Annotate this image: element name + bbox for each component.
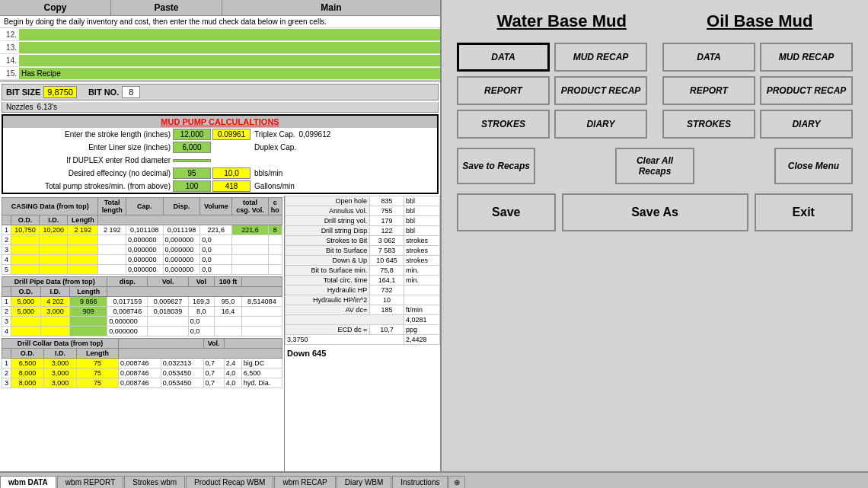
- row-15-content: Has Recipe: [19, 68, 440, 79]
- casing-csvol-label: totalcsg. Vol.: [232, 198, 268, 215]
- obm-report-btn[interactable]: REPORT: [662, 76, 755, 105]
- casing-total-label: Totallength: [98, 198, 126, 215]
- casing-cap-label: Cap.: [126, 198, 163, 215]
- rod-label: If DUPLEX enter Rod diameter: [5, 156, 173, 164]
- dp-row-4: 4 0,000000 0,0: [2, 327, 282, 336]
- save-btn[interactable]: Save: [457, 193, 556, 231]
- wbm-report-btn[interactable]: REPORT: [457, 76, 550, 105]
- wbm-mud-recap-btn[interactable]: MUD RECAP: [554, 43, 647, 72]
- strokes-input[interactable]: 100: [173, 180, 211, 192]
- drillcollar-header: Drill Collar Data (from top): [2, 339, 119, 349]
- obm-product-recap-btn[interactable]: PRODUCT RECAP: [760, 76, 853, 105]
- strokes-unit: Gallons/min: [254, 182, 295, 190]
- tab-wbm-data[interactable]: wbm DATA: [0, 476, 56, 488]
- stat-strokes-to-bit: Strokes to Bit 3 062 strokes: [286, 236, 440, 246]
- header-paste: Paste: [111, 0, 222, 15]
- dp-row-3: 3 0,000000 0,0: [2, 317, 282, 327]
- tab-diary-wbm[interactable]: Diary WBM: [337, 476, 392, 488]
- casing-len-header: Length: [68, 215, 98, 225]
- stat-hyd-hpin: Hydraulic HP/in^2 10: [286, 295, 440, 305]
- tab-add-icon[interactable]: ⊕: [448, 476, 465, 488]
- tab-product-recap[interactable]: Product Recap WBM: [186, 476, 273, 488]
- bit-no-value[interactable]: 8: [122, 86, 140, 98]
- wbm-strokes-btn[interactable]: STROKES: [457, 110, 550, 139]
- mud-pump-title: MUD PUMP CALCULALTIONS: [3, 116, 437, 128]
- obm-mud-recap-btn[interactable]: MUD RECAP: [760, 43, 853, 72]
- tab-instructions[interactable]: Instructions: [392, 476, 448, 488]
- casing-header: CASING Data (from top): [2, 198, 98, 215]
- stat-bit-to-surface: Bit to Surface 7 583 strokes: [286, 246, 440, 256]
- stroke-input[interactable]: 12,000: [173, 129, 211, 140]
- obm-strokes-btn[interactable]: STROKES: [662, 110, 755, 139]
- casing-od-header: O.D.: [11, 215, 40, 225]
- oil-base-title: Oil Base Mud: [707, 11, 812, 31]
- bit-size-label: BIT SIZE: [6, 88, 40, 97]
- obm-data-btn[interactable]: DATA: [662, 43, 755, 72]
- tab-wbm-report[interactable]: wbm REPORT: [57, 476, 123, 488]
- row-14-num: 14.: [0, 56, 19, 65]
- tab-bar: wbm DATA wbm REPORT Strokes wbm Product …: [0, 471, 868, 488]
- casing-row-num-header: [2, 215, 11, 225]
- nozzles-value: 6.13's: [37, 103, 57, 111]
- liner-input[interactable]: 6,000: [173, 142, 211, 153]
- bit-size-value[interactable]: 9,8750: [43, 86, 77, 98]
- dc-od-header: O.D.: [11, 349, 44, 359]
- duplex-label: Duplex Cap.: [254, 143, 296, 152]
- casing-row-4: 4 0,000000 0,000000 0,0: [2, 255, 282, 265]
- dp-len-header: Length: [70, 287, 107, 297]
- clear-all-recaps-btn[interactable]: Clear All Recaps: [615, 148, 694, 184]
- close-menu-btn[interactable]: Close Menu: [774, 148, 853, 184]
- stat-drill-string-vol: Drill string vol. 179 bbl: [286, 216, 440, 226]
- liner-label: Enter Liner size (inches): [5, 143, 173, 152]
- tab-wbm-recap[interactable]: wbm RECAP: [274, 476, 335, 488]
- stat-hyd-hp: Hydraulic HP 732: [286, 285, 440, 295]
- casing-row-5: 5 0,000000 0,000000 0,0: [2, 265, 282, 275]
- casing-row-3: 3 0,000000 0,000000 0,0: [2, 245, 282, 255]
- stat-open-hole: Open hole 835 bbl: [286, 196, 440, 206]
- dp-100ft-header: 100 ft: [215, 277, 242, 287]
- stat-total-circ: Total circ. time 164,1 min.: [286, 276, 440, 285]
- dp-extra-header: [241, 277, 282, 287]
- casing-vol-label: Volume: [200, 198, 232, 215]
- casing-row-1: 1 10,750 10,200 2 192 2 192 0,101108 0,0…: [2, 225, 282, 235]
- row-13-num: 13.: [0, 43, 19, 52]
- triplex-label: Triplex Cap.: [254, 130, 295, 139]
- dp-row-2: 2 5,000 3,000 909 0,008746 0,018039 8,0 …: [2, 307, 282, 317]
- stat-ecd: ECD dc = 10,7 ppg: [286, 325, 440, 335]
- stroke-result: 0.09961: [212, 129, 251, 140]
- strokes-result: 418: [212, 180, 251, 192]
- effic-unit: bbls/min: [254, 169, 282, 177]
- rod-input[interactable]: [173, 159, 211, 162]
- casing-ho-label: cho: [268, 198, 282, 215]
- dp-vol2-header: Vol: [188, 277, 214, 287]
- row-12-num: 12.: [0, 30, 19, 39]
- down-645-label: Down 645: [285, 345, 440, 362]
- wbm-data-btn[interactable]: DATA: [457, 43, 550, 72]
- effic-result: 10,0: [212, 167, 251, 179]
- casing-row-2: 2 0,000000 0,000000 0,0: [2, 235, 282, 245]
- nozzles-label: Nozzles: [6, 103, 34, 111]
- save-as-btn[interactable]: Save As: [562, 193, 748, 231]
- stat-down-up: Down & Up 10 645 strokes: [286, 256, 440, 266]
- wbm-product-recap-btn[interactable]: PRODUCT RECAP: [554, 76, 647, 105]
- effic-input[interactable]: 95: [173, 167, 211, 179]
- obm-diary-btn[interactable]: DIARY: [760, 110, 853, 139]
- stat-bit-surface-min: Bit to Surface min. 75,8 min.: [286, 266, 440, 276]
- row-15-num: 15.: [0, 69, 19, 78]
- dc-id-header: I.D.: [44, 349, 77, 359]
- dc-row-3: 3 8,000 3,000 75 0,008746 0,053450 0,7 4…: [2, 378, 282, 388]
- stat-drill-string-disp: Drill string Disp 122 bbl: [286, 226, 440, 236]
- header-main: Main: [222, 0, 440, 15]
- menu-panel: Water Base Mud Oil Base Mud DATA MUD REC…: [442, 0, 868, 471]
- bit-no-label: BIT NO.: [88, 88, 119, 97]
- stroke-label: Enter the stroke length (inches): [5, 130, 173, 139]
- tab-strokes-wbm[interactable]: Strokes wbm: [124, 476, 185, 488]
- exit-btn[interactable]: Exit: [755, 193, 854, 231]
- save-to-recaps-btn[interactable]: Save to Recaps: [457, 148, 535, 184]
- instructions-text: Begin by doing the daily inventory and c…: [0, 16, 440, 28]
- wbm-diary-btn[interactable]: DIARY: [554, 110, 647, 139]
- strokes-label: Total pump strokes/min. (from above): [5, 182, 173, 190]
- dp-id-header: I.D.: [40, 287, 70, 297]
- dc-vol-header: Vol.: [203, 339, 224, 349]
- triplex-value: 0,099612: [299, 130, 331, 139]
